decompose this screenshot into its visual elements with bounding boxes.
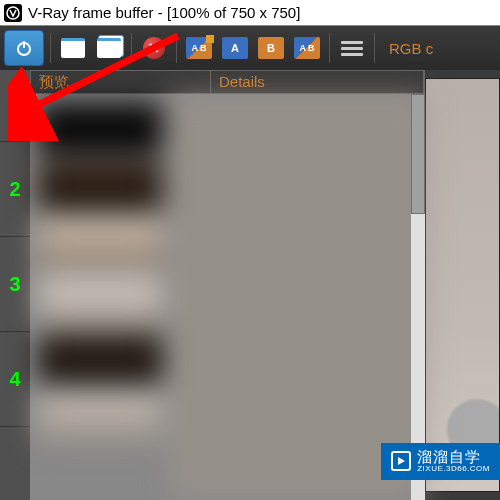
- save-image-button[interactable]: [57, 32, 89, 64]
- b-icon: B: [258, 37, 284, 59]
- watermark-url: ZIXUE.3D66.COM: [417, 465, 490, 474]
- list-item[interactable]: [38, 392, 162, 442]
- save-icon: [61, 38, 85, 58]
- row-number: 2: [0, 142, 30, 237]
- channel-b-button[interactable]: B: [255, 32, 287, 64]
- list-item[interactable]: [38, 102, 162, 152]
- channel-a-button[interactable]: A: [219, 32, 251, 64]
- header-details[interactable]: Details: [211, 71, 424, 93]
- power-icon: [14, 38, 34, 58]
- close-icon: ✕: [143, 37, 165, 59]
- row-number-panel: 1 2 3 4: [0, 70, 30, 500]
- vray-app-icon: [4, 4, 22, 22]
- header-preview[interactable]: 预览: [31, 71, 211, 93]
- toolbar: ✕ AB A B AB RGB c: [0, 26, 500, 70]
- save-all-button[interactable]: [93, 32, 125, 64]
- render-power-button[interactable]: [4, 30, 44, 66]
- toolbar-separator: [329, 33, 330, 63]
- list-item[interactable]: [38, 160, 162, 210]
- list-item[interactable]: [38, 276, 162, 326]
- row-number: 1: [0, 70, 30, 142]
- render-preview-image[interactable]: [425, 78, 500, 492]
- window-title: V-Ray frame buffer - [100% of 750 x 750]: [28, 4, 300, 21]
- a-icon: A: [222, 37, 248, 59]
- channel-dropdown[interactable]: RGB c: [389, 40, 433, 57]
- row-number: 3: [0, 237, 30, 332]
- toolbar-separator: [131, 33, 132, 63]
- watermark-text: 溜溜自学: [417, 449, 490, 466]
- history-panel: 预览 Details: [30, 70, 425, 500]
- play-icon: [391, 451, 411, 471]
- list-item[interactable]: [38, 218, 162, 268]
- compare-ab-button[interactable]: AB: [183, 32, 215, 64]
- render-preview-panel: [425, 70, 500, 500]
- clear-button[interactable]: ✕: [138, 32, 170, 64]
- toolbar-separator: [176, 33, 177, 63]
- menu-button[interactable]: [336, 32, 368, 64]
- toolbar-separator: [50, 33, 51, 63]
- content-area: 1 2 3 4 预览 Details: [0, 70, 500, 500]
- list-item[interactable]: [38, 334, 162, 384]
- hamburger-icon: [341, 41, 363, 56]
- ab-split-icon: AB: [186, 37, 212, 59]
- save-icon: [97, 38, 121, 58]
- compare-ab2-button[interactable]: AB: [291, 32, 323, 64]
- title-bar: V-Ray frame buffer - [100% of 750 x 750]: [0, 0, 500, 26]
- ab-split-icon: AB: [294, 37, 320, 59]
- history-list[interactable]: [30, 94, 425, 500]
- scrollbar[interactable]: [411, 94, 425, 500]
- scroll-thumb[interactable]: [411, 94, 425, 214]
- history-header: 预览 Details: [30, 70, 425, 94]
- toolbar-separator: [374, 33, 375, 63]
- watermark: 溜溜自学 ZIXUE.3D66.COM: [381, 443, 500, 480]
- row-number: 4: [0, 332, 30, 427]
